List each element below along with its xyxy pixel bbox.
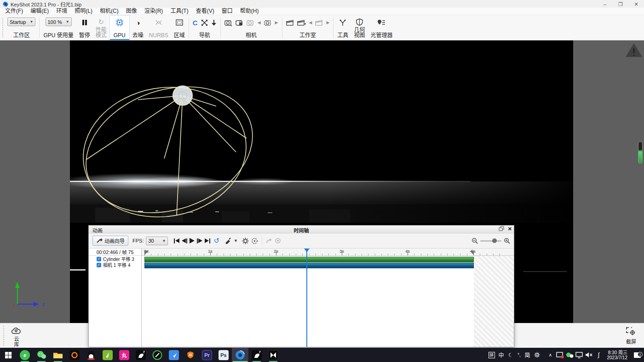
taskbar-app-glove[interactable]: 7 [132,348,149,362]
curve-pen-icon[interactable] [224,238,231,244]
punctuation-icon[interactable]: °, [516,352,523,357]
menu-environment[interactable]: 环境 [52,8,71,15]
taskbar-wechat[interactable] [33,348,50,362]
close-button[interactable]: ✕ [628,0,644,8]
taskbar-app-pink[interactable]: 丸 [116,348,132,362]
taskbar-photoshop[interactable]: Ps [215,348,232,362]
cloud-library-button[interactable]: 云库 [11,327,21,347]
denoise-button[interactable]: ◑ 去噪 [130,15,146,40]
nurbs-button[interactable]: NURBS [146,15,171,40]
track-checkbox[interactable]: ✓ [97,263,101,267]
range-end-marker[interactable] [470,251,474,255]
menu-lighting[interactable]: 照明(L) [71,8,96,15]
screen-capture-tray-icon[interactable] [556,351,565,359]
taskbar-thunder[interactable] [166,348,182,362]
timeline-track-area[interactable]: 0s 1s 2s 3s 4s 5s [142,249,514,347]
menu-window[interactable]: 窗口 [218,8,236,15]
taskbar-app-glove-2[interactable]: 7 [248,348,265,362]
performance-mode-button[interactable]: ↻ 性能 模式 [93,15,109,40]
maximize-button[interactable]: ❐ [613,0,628,8]
animation-bar-camera[interactable] [144,263,474,268]
volume-muted-icon[interactable] [585,352,594,358]
taskbar-pen-tool[interactable] [149,348,166,362]
tools-button[interactable]: 工具 [334,15,351,40]
close-panel-icon[interactable]: ✕ [508,226,512,232]
studio-list-icon[interactable] [315,19,323,26]
camera-list-icon[interactable] [264,19,272,26]
screenshot-button[interactable]: 截屏 [626,327,637,345]
hidden-icons-chevron[interactable]: ∧ [546,352,555,357]
step-back-button[interactable] [182,238,187,244]
toolbar-drag-handle[interactable] [2,18,3,37]
track-row-camera[interactable]: ✓ 相机 1 平移 4 [89,262,141,268]
animation-wizard-button[interactable]: 动画向导 [92,236,128,246]
taskbar-browser-360[interactable]: e [17,348,33,362]
menu-tools[interactable]: 工具(T) [167,8,192,15]
prev-camera-icon[interactable]: ◀ [258,20,261,25]
taskbar-keyshot[interactable] [232,348,248,362]
zoom-in-icon[interactable] [504,238,510,244]
menu-camera[interactable]: 相机(C) [96,8,122,15]
language-icon[interactable]: 中 [497,351,506,359]
taskbar-file-explorer[interactable] [50,348,66,362]
workspace-select[interactable]: Startup▼ [7,17,35,26]
display-tray-icon[interactable] [575,351,584,358]
float-panel-icon[interactable] [499,226,504,232]
menu-image[interactable]: 图像 [122,8,141,15]
notification-center-button[interactable]: 1 [631,352,643,358]
pan-icon[interactable] [201,19,208,26]
taskbar-clock[interactable]: 8:30 周三 2023/7/12 [607,350,628,360]
gpu-mode-button[interactable]: GPU [109,15,130,40]
loop-icon[interactable]: ↺ [213,238,219,244]
copy-camera-icon[interactable] [247,19,254,26]
animation-bar-cylinder[interactable] [144,257,474,262]
settings-gear-icon[interactable] [242,238,249,244]
ribbon-drag-handle[interactable] [3,326,4,345]
taskbar-app-dark-orange[interactable] [66,348,83,362]
track-checkbox[interactable]: ✓ [97,257,101,261]
geometry-view-button[interactable]: 几何 视图 [351,15,368,40]
chevron-down-icon[interactable]: ▼ [234,238,238,243]
next-camera-icon[interactable]: ▶ [275,20,278,25]
taskbar-g-shield[interactable]: G [182,348,199,362]
timeline-zoom-slider[interactable] [480,240,501,242]
render-preview-icon[interactable] [251,238,258,244]
zoom-slider-handle[interactable] [492,238,497,243]
menu-render[interactable]: 渲染(R) [141,8,167,15]
prev-studio-icon[interactable]: ◀ [309,20,312,25]
ime-settings-gear-icon[interactable] [533,352,542,358]
step-forward-button[interactable] [197,238,202,244]
taskbar-premiere[interactable]: Pr [199,348,215,362]
go-to-end-button[interactable] [205,238,210,244]
studio-icon[interactable] [286,19,294,26]
zoom-out-icon[interactable] [472,238,478,244]
minimize-button[interactable]: – [597,0,613,8]
pen-tray-icon[interactable]: ∫ [594,351,604,358]
add-camera-icon[interactable] [224,19,232,26]
wechat-tray-icon[interactable] [565,352,575,358]
next-studio-icon[interactable]: ▶ [326,20,329,25]
dolly-icon[interactable] [211,19,217,26]
moon-icon[interactable]: ☾ [506,352,516,358]
add-studio-icon[interactable] [297,19,306,26]
region-button[interactable]: 区域 [171,15,188,40]
timeline-titlebar[interactable]: 动画 时间轴 ✕ [89,226,514,233]
reset-camera-icon[interactable]: C [193,19,198,26]
pause-button[interactable]: 暂停 [76,15,93,40]
menu-file[interactable]: 文件(F) [1,8,27,15]
menu-help[interactable]: 帮助(H) [236,8,263,15]
range-start-marker[interactable] [144,251,149,255]
menu-view[interactable]: 查看(V) [192,8,218,15]
go-to-start-button[interactable] [174,238,179,244]
taskbar-qq[interactable] [83,348,99,362]
play-button[interactable] [190,238,195,244]
taskbar-app-green[interactable] [99,348,116,362]
playhead[interactable] [306,249,307,347]
simplified-chinese-icon[interactable]: 简 [523,351,532,359]
menu-edit[interactable]: 编辑(E) [27,8,52,15]
time-ruler[interactable]: 0s 1s 2s 3s 4s 5s [142,249,514,256]
fps-select[interactable]: 30▼ [146,237,168,245]
start-button[interactable] [0,348,17,362]
lock-camera-icon[interactable] [236,19,243,26]
taskbar-capcut[interactable] [265,348,282,362]
